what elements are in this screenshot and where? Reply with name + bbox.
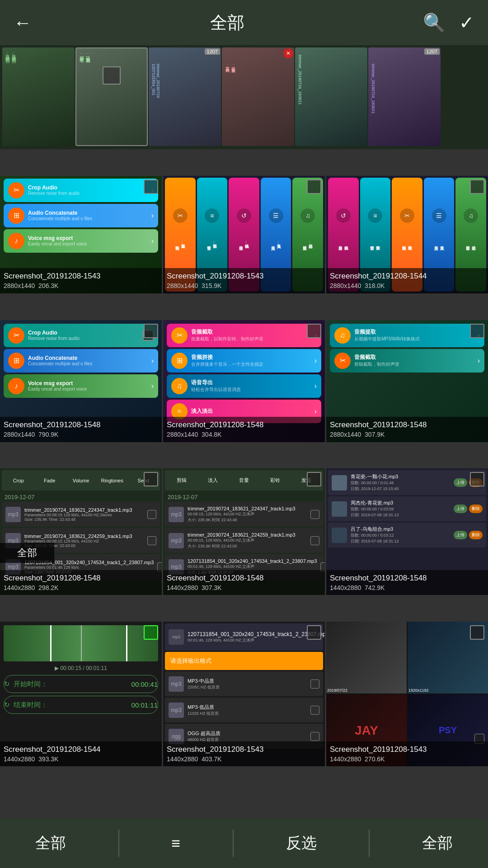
screenshot-thumb[interactable]: ✂ Crop Audio Remove noise from audio ⊞ A…	[0, 320, 162, 442]
photo-cell[interactable]: 2019/07/22	[326, 622, 407, 693]
quality-checkbox[interactable]	[310, 706, 319, 715]
nav-deselect[interactable]: 反选	[286, 833, 317, 854]
audio-card[interactable]: 日己·新花束.mp3日己·新花束.mp3	[2, 47, 75, 146]
upload-btn[interactable]: 上传	[454, 505, 467, 513]
num-badge: 1207	[205, 48, 220, 55]
nav-divider	[233, 830, 234, 857]
tb-crop[interactable]: 剪辑	[168, 477, 195, 484]
screenshot-thumb[interactable]: 剪辑 淡入 音量 彩铃 发送 2019-12-07 mp3 trimmer_20…	[163, 468, 325, 595]
tb-crop[interactable]: Crop	[5, 478, 32, 483]
file-item[interactable]: mp3 trimmer_20190724_183621_224347_track…	[2, 502, 160, 527]
quality-item[interactable]: mp3 MP3·低品质 11025 HZ·低音质	[165, 698, 323, 722]
audio-card[interactable]: 1207 trimmer_20190724_183621	[368, 47, 441, 146]
screenshot-thumb[interactable]: Crop Fade Volume Ringtones Send 2019-12-…	[0, 468, 162, 595]
audio-card[interactable]: ✕ 音乐·一到一周日己·新花束	[222, 47, 294, 146]
file-item[interactable]: mp3 trimmer_20190724_183621_224347_track…	[165, 502, 323, 527]
tool-button[interactable]: ✂ 音频截取 批量截取，以制作彩铃、制作好声音 ›	[167, 324, 321, 347]
audio-card[interactable]: 1207 1207131854_001trimmer_20190724	[149, 47, 221, 146]
nav-menu[interactable]: ≡	[171, 835, 180, 852]
crop-label: 全部	[0, 543, 54, 563]
page-title: 全部	[210, 11, 244, 34]
concat-icon: ⊞	[8, 208, 24, 224]
thumb-checkbox[interactable]	[144, 324, 158, 338]
screenshot-thumb[interactable]: ✂ 音频截取 批量截取，以制作彩铃、制作好声音 › ⊞ 音频拼接 合并拼接多个音…	[163, 320, 325, 442]
thumb-checkbox[interactable]	[307, 472, 321, 486]
tool-button[interactable]: ✂ Crop Audio Remove noise from audio	[4, 324, 158, 347]
thumb-label: Screenshot_20191208-1548 1440x2880 298.2…	[0, 570, 162, 595]
file-icon: mp3	[5, 507, 21, 522]
screenshot-thumb[interactable]: ♫ 音频提取 从视频中提取MP3/WAV转换格式 › ✂ 音频截取 剪辑截取，制…	[326, 320, 488, 442]
tool-button[interactable]: ♫ 语音导出 轻松合并导出以语音消息 ›	[167, 374, 321, 398]
thumb-checkbox[interactable]	[144, 625, 158, 640]
nav-all[interactable]: 全部	[35, 833, 66, 854]
tool-button[interactable]: ✂ Crop Audio Remove noise from audio ›	[4, 179, 158, 202]
screenshot-thumb[interactable]: ↺ 音频导出格式转换 ≡ 音量调节批量调节 ✂ 剪辑截取批量截取 ☰ 音频导入批…	[326, 176, 488, 293]
tool-button[interactable]: ⊞ Audio Concatenate Concatenate multiple…	[4, 349, 158, 373]
remove-badge[interactable]: ✕	[283, 48, 293, 58]
quality-checkbox[interactable]	[310, 679, 319, 689]
screenshot-thumb[interactable]: 青花瓷-一颗小花.mp3 指数: 00:00:00 / 0:01:46 日期: …	[326, 468, 488, 595]
nav-select-all[interactable]: 全部	[422, 833, 453, 854]
screenshot-thumb[interactable]: ▶ 00:00:15 / 00:01:11 ↻ 开始时间： 00:00:41 ↻…	[0, 622, 162, 766]
screenshot-thumb[interactable]: mp3 1207131854_001_320x240_174534_track1…	[163, 622, 325, 766]
trim-handle-left[interactable]	[50, 625, 52, 661]
thumb-checkbox[interactable]	[144, 179, 158, 194]
quality-header: 请选择输出格式	[165, 652, 323, 670]
quality-icon: mp3	[169, 676, 184, 692]
thumb-label: Screenshot_20191208-1544 1440x2880 393.3…	[0, 741, 162, 766]
upload-btn[interactable]: 上传	[454, 531, 467, 539]
tb-volume[interactable]: Volume	[67, 478, 94, 483]
crop-icon: ✂	[8, 327, 24, 344]
thumb-checkbox[interactable]	[307, 324, 321, 338]
tool-icon: ✂	[400, 208, 414, 223]
trim-handle-right[interactable]	[126, 625, 127, 661]
start-time-button[interactable]: ↻ 开始时间： 00:00:41	[4, 675, 158, 693]
download-item[interactable]: 吕了-乌龟组合.mp3 指数: 00:00:00 / 0:03:12 日期: 2…	[328, 523, 486, 547]
tool-button[interactable]: ✂ 音频截取 剪辑截取，制作好声音 ›	[330, 349, 484, 373]
tool-button[interactable]: ♫ 音频提取 从视频中提取MP3/WAV转换格式 ›	[330, 324, 484, 347]
thumb-checkbox[interactable]	[307, 179, 321, 194]
confirm-button[interactable]: ✓	[459, 12, 474, 33]
download-item[interactable]: 周杰伦-青花瓷.mp3 指数: 00:05:00 / 0:03:59 日期: 2…	[328, 496, 486, 521]
thumb-checkbox[interactable]	[144, 472, 158, 486]
upload-btn[interactable]: 上传	[454, 478, 467, 487]
file-checkbox[interactable]	[310, 510, 319, 519]
tb-volume[interactable]: 音量	[230, 477, 258, 484]
back-button[interactable]: ←	[14, 13, 32, 33]
tb-ringtones[interactable]: 彩铃	[262, 477, 289, 484]
tool-button[interactable]: ♪ Voice msg export Easily oncat and expo…	[4, 374, 158, 398]
file-checkbox[interactable]	[147, 510, 156, 519]
export-item[interactable]: mp3 1207131854_001_320x240_174534_track1…	[165, 623, 323, 651]
thumb-checkbox[interactable]	[307, 625, 321, 640]
thumb-checkbox[interactable]	[470, 472, 484, 486]
search-button[interactable]: 🔍	[423, 12, 446, 33]
audio-card[interactable]: 新楼·一道日己·新花束	[75, 47, 148, 146]
screenshot-thumb[interactable]: 2019/07/22 1920x1192 JAY PSY Screenshot_…	[326, 622, 488, 766]
screenshot-thumb[interactable]: ✂ Crop Audio Remove noise from audio › ⊞…	[0, 176, 162, 293]
file-checkbox[interactable]	[310, 536, 319, 545]
screenshot-thumb[interactable]: ✂ 剪辑截取批量截取... ≡ 音量调节批量调节... ↺ 音频导出格式转换..…	[163, 176, 325, 293]
tool-button[interactable]: ♪ Voice msg export Easily oncat and expo…	[4, 229, 158, 253]
audio-card[interactable]: trimmer_20190724_183621	[295, 47, 367, 146]
file-item[interactable]: mp3 trimmer_20190724_183621_224259_track…	[165, 528, 323, 553]
selection-checkbox[interactable]	[103, 66, 121, 85]
thumb-checkbox[interactable]	[470, 179, 484, 194]
tb-fade[interactable]: Fade	[36, 478, 63, 483]
tool-button[interactable]: ⊞ Audio Concatenate Concatenate multiple…	[4, 204, 158, 227]
quality-checkbox[interactable]	[310, 732, 319, 741]
quality-item[interactable]: mp3 MP3·中品质 2205C HZ·低音质	[165, 671, 323, 696]
crop-icon: ✂	[8, 182, 24, 198]
tb-fade[interactable]: 淡入	[199, 477, 226, 484]
tool-icon: ✂	[171, 327, 188, 344]
download-item[interactable]: 青花瓷-一颗小花.mp3 指数: 00:00:00 / 0:01:46 日期: …	[328, 470, 486, 495]
thumb-label: Screenshot_20191208-1548 2880x1440 304.8…	[163, 417, 325, 442]
file-checkbox[interactable]	[147, 536, 156, 545]
delete-btn[interactable]: 删除	[469, 505, 483, 513]
audio-cards-row[interactable]: 日己·新花束.mp3日己·新花束.mp3 新楼·一道日己·新花束 1207 12…	[0, 45, 488, 149]
thumb-checkbox[interactable]	[470, 625, 484, 640]
thumb-checkbox[interactable]	[470, 324, 484, 338]
end-time-button[interactable]: ↻ 结束时间： 00:01:11	[4, 696, 158, 714]
delete-btn[interactable]: 删除	[469, 531, 483, 539]
tool-button[interactable]: ⊞ 音频拼接 合并拼接多个音乐，一个文件全搞定 ›	[167, 349, 321, 373]
tb-ringtones[interactable]: Ringtones	[99, 478, 126, 483]
